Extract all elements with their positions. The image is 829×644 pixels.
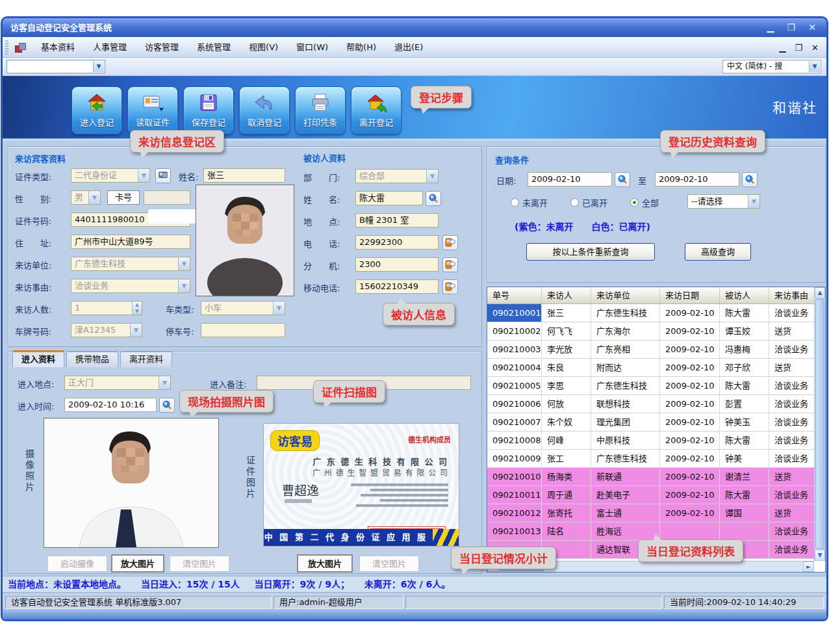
- table-row[interactable]: 090210007朱个奴理光集团2009-02-10钟美玉洽谈业务: [487, 413, 825, 431]
- radio-2[interactable]: 全部: [630, 196, 659, 209]
- scroll-right-icon[interactable]: ►: [803, 561, 814, 572]
- column-header-visited[interactable]: 被访人: [720, 287, 769, 303]
- mdi-restore-icon[interactable]: ❐: [795, 43, 802, 53]
- menu-item-0[interactable]: 基本资料: [32, 37, 84, 58]
- toolbar-button-print-slip[interactable]: 打印凭条: [295, 86, 346, 135]
- table-row[interactable]: 090210002何飞飞广东海尔2009-02-10谭玉姣送货: [487, 322, 825, 341]
- cell-reason: 送货: [769, 468, 815, 485]
- close-icon[interactable]: ✕: [804, 21, 820, 34]
- ext-input[interactable]: 2300: [355, 257, 439, 272]
- date-from-input[interactable]: 2009-02-10: [528, 172, 612, 187]
- callout-history-query: 登记历史资料查询: [660, 130, 765, 153]
- card-reader-icon[interactable]: [155, 168, 171, 183]
- search-person-icon[interactable]: [426, 191, 441, 206]
- tab-1[interactable]: 携带物品: [66, 352, 118, 367]
- language-bar[interactable]: 中文 (简体) - 搜 ▼: [722, 60, 821, 73]
- toolbar-button-cancel-register[interactable]: 取消登记: [239, 86, 290, 135]
- menu-item-3[interactable]: 系统管理: [188, 37, 240, 58]
- table-row[interactable]: 090210009张工广东德生科技2009-02-10钟美洽谈业务: [487, 450, 825, 468]
- requery-button[interactable]: 按以上条件重新查询: [526, 243, 655, 261]
- daily-summary-bar: 当前地点：未设置本地地点。 当日进入：15次 / 15人 当日离开：9次 / 9…: [3, 576, 826, 593]
- visited-name-label: 姓 名:: [303, 193, 340, 205]
- scroll-up-icon[interactable]: ▲: [815, 287, 825, 298]
- call-notify-icon[interactable]: [442, 279, 458, 294]
- quick-select-combobox[interactable]: ▼: [6, 60, 105, 73]
- table-row[interactable]: 090210011周于通赴美电子2009-02-10陈大雷洽谈业务: [487, 486, 825, 504]
- column-header-company[interactable]: 来访单位: [591, 287, 660, 303]
- zoom-card-button[interactable]: 放大图片: [297, 554, 353, 573]
- toolbar-button-save-register[interactable]: 保存登记: [183, 86, 234, 135]
- column-header-id[interactable]: 单号: [487, 287, 542, 303]
- clear-photo-button[interactable]: 清空图片: [170, 556, 229, 572]
- menu-item-2[interactable]: 访客管理: [136, 37, 188, 58]
- gender-select[interactable]: 男▼: [71, 190, 101, 205]
- column-header-date[interactable]: 来访日期: [660, 287, 720, 303]
- call-notify-icon[interactable]: [442, 257, 458, 272]
- column-header-visitor[interactable]: 来访人: [542, 287, 591, 303]
- menu-item-6[interactable]: 帮助(H): [337, 37, 385, 58]
- table-row[interactable]: 090210012张寄托富士通2009-02-10谭国送货: [487, 504, 825, 522]
- table-row[interactable]: 090210010杨海类新联通2009-02-10谢清兰送货: [487, 468, 825, 486]
- minimize-icon[interactable]: ▁: [763, 21, 778, 34]
- tab-2[interactable]: 离开资料: [120, 352, 172, 367]
- card-no-input[interactable]: [144, 190, 190, 205]
- radio-0[interactable]: 未离开: [511, 196, 548, 209]
- mdi-close-icon[interactable]: ✕: [811, 43, 819, 53]
- visited-name-input[interactable]: 陈大雷: [355, 191, 423, 205]
- toolbar-grip[interactable]: [5, 40, 8, 55]
- column-header-reason[interactable]: 来访事由: [769, 287, 815, 303]
- table-row[interactable]: 090210006何放联想科技2009-02-10彭置洽谈业务: [487, 395, 825, 413]
- calendar-picker-icon[interactable]: [615, 172, 630, 187]
- card-no-button[interactable]: 卡号: [107, 190, 140, 205]
- vertical-scrollbar[interactable]: ▲ ▼: [814, 287, 825, 561]
- visit-company-select[interactable]: 广东德生科技▼: [71, 257, 190, 271]
- cert-type-select[interactable]: 二代身份证▼: [71, 168, 150, 183]
- scroll-thumb[interactable]: [815, 299, 824, 549]
- advanced-query-button[interactable]: 高级查询: [685, 243, 751, 261]
- mdi-minimize-icon[interactable]: ▁: [779, 43, 785, 53]
- scroll-down-icon[interactable]: ▼: [815, 550, 825, 561]
- visit-reason-select[interactable]: 洽谈业务▼: [71, 279, 190, 293]
- parking-input[interactable]: [201, 323, 285, 337]
- start-camera-button[interactable]: 启动摄像: [47, 556, 107, 572]
- visitor-count-stepper[interactable]: 1▲▼: [71, 301, 142, 315]
- toolbar-button-enter-register[interactable]: 进入登记: [71, 86, 122, 135]
- table-row[interactable]: 090210005李思广东德生科技2009-02-10陈大雷洽谈业务: [487, 377, 825, 395]
- toolbar-button-leave-register[interactable]: 离开登记: [351, 86, 402, 135]
- cell-visitor: 何飞飞: [542, 322, 591, 340]
- calendar-picker-icon[interactable]: [159, 398, 175, 413]
- menu-item-1[interactable]: 人事管理: [84, 37, 136, 58]
- chevron-down-icon[interactable]: ▼: [809, 61, 820, 72]
- entry-loc-select[interactable]: 正大门▼: [64, 376, 171, 390]
- address-input[interactable]: 广州市中山大道89号: [71, 235, 190, 249]
- vehicle-type-select[interactable]: 小车▼: [201, 301, 285, 315]
- table-row[interactable]: 090210001张三广东德生科技2009-02-10陈大雷洽谈业务: [487, 304, 825, 322]
- radio-1[interactable]: 已离开: [570, 196, 607, 209]
- menu-item-4[interactable]: 视图(V): [240, 37, 287, 58]
- table-row[interactable]: 090210004朱良附而达2009-02-10邓子欣送货: [487, 359, 825, 377]
- plate-select[interactable]: 津A12345▼: [71, 323, 142, 337]
- menu-item-7[interactable]: 退出(E): [385, 37, 432, 58]
- table-row[interactable]: 090210003李光放广东亮相2009-02-10冯惠梅洽谈业务: [487, 341, 825, 359]
- place-input[interactable]: B幢 2301 室: [355, 213, 439, 227]
- phone-input[interactable]: 22992300: [355, 235, 439, 250]
- entry-time-input[interactable]: 2009-02-10 10:16: [64, 398, 157, 412]
- cell-company: 新联通: [591, 468, 660, 485]
- clear-card-button[interactable]: 清空图片: [359, 556, 419, 572]
- date-to-input[interactable]: 2009-02-10: [655, 172, 739, 187]
- dept-select[interactable]: 综合部▼: [355, 169, 439, 183]
- mobile-label: 移动电话:: [303, 281, 340, 294]
- zoom-photo-button[interactable]: 放大图片: [111, 554, 164, 573]
- visitor-name-input[interactable]: 张三: [203, 168, 285, 183]
- table-row[interactable]: 090210008何峰中原科技2009-02-10陈大雷洽谈业务: [487, 431, 825, 450]
- call-notify-icon[interactable]: [442, 235, 458, 250]
- calendar-picker-icon[interactable]: [742, 172, 758, 187]
- filter-select[interactable]: --请选择▼: [687, 194, 760, 209]
- mobile-input[interactable]: 15602210349: [355, 279, 439, 294]
- menu-item-5[interactable]: 窗口(W): [287, 37, 337, 58]
- cell-date: 2009-02-10: [660, 322, 720, 340]
- toolbar-button-read-card[interactable]: 读取证件: [127, 86, 178, 135]
- tab-0[interactable]: 进入资料: [12, 350, 64, 367]
- chevron-down-icon[interactable]: ▼: [93, 61, 104, 72]
- restore-icon[interactable]: ❐: [784, 21, 799, 34]
